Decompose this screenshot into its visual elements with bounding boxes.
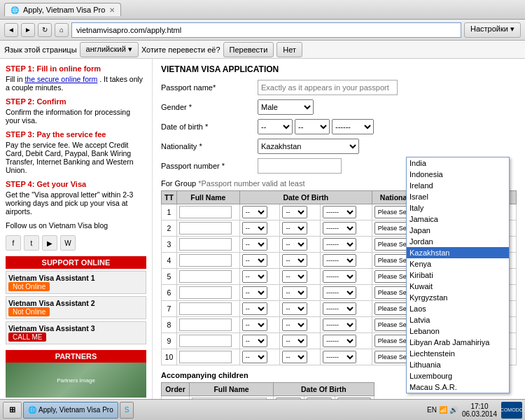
dob-year-select[interactable]: ------	[332, 119, 374, 134]
lang-select-btn[interactable]: английский ▾	[80, 42, 139, 57]
row-day-select[interactable]: --	[242, 302, 267, 315]
dob-month-select[interactable]: --	[295, 119, 330, 134]
youtube-icon[interactable]: ▶	[42, 235, 57, 251]
settings-button[interactable]: Настройки ▾	[464, 22, 521, 38]
taskbar-skype-app[interactable]: S	[120, 402, 134, 419]
taskbar-browser-app[interactable]: 🌐 Apply, Vietnam Visa Pro	[23, 402, 118, 419]
row-name-input[interactable]	[179, 254, 232, 267]
no-translate-button[interactable]: Нет	[276, 42, 302, 57]
row-year-select[interactable]: ------	[323, 206, 356, 218]
sound-icon: 🔊	[449, 406, 458, 414]
start-button[interactable]: ⊞	[3, 402, 22, 419]
row-year-cell: ------	[321, 204, 372, 220]
browser-app-icon: 🌐	[28, 406, 36, 414]
dropdown-item-kyrgyzstan[interactable]: Kyrgyzstan	[407, 292, 509, 303]
row-name-input[interactable]	[179, 238, 232, 251]
forward-button[interactable]: ►	[21, 23, 35, 37]
row-year-select[interactable]: ------	[323, 302, 356, 315]
facebook-icon[interactable]: f	[6, 235, 21, 251]
back-button[interactable]: ◄	[4, 23, 18, 37]
row-year-select[interactable]: ------	[323, 286, 356, 299]
dob-day-select[interactable]: --	[258, 119, 293, 134]
row-day-select[interactable]: --	[242, 238, 267, 251]
row-name-input[interactable]	[179, 286, 232, 299]
dropdown-item-italy[interactable]: Italy	[407, 202, 509, 214]
row-month-select[interactable]: --	[282, 222, 307, 234]
row-month-select[interactable]: --	[282, 206, 307, 218]
home-button[interactable]: ⌂	[55, 23, 69, 37]
row-year-select[interactable]: ------	[323, 222, 356, 234]
row-day-select[interactable]: --	[242, 335, 267, 347]
agent2-name: Vietnam Visa Assistant 2	[8, 299, 144, 307]
row-day-select[interactable]: --	[242, 270, 267, 283]
row-day-select[interactable]: --	[242, 222, 267, 234]
row-num: 6	[162, 285, 177, 301]
agent3-call-btn[interactable]: CALL ME	[8, 332, 46, 342]
dropdown-item-ireland[interactable]: Ireland	[407, 180, 509, 191]
row-month-select[interactable]: --	[282, 351, 307, 363]
row-day-select[interactable]: --	[242, 254, 267, 267]
row-name-input[interactable]	[179, 270, 232, 283]
step4-text: Get the "Visa approval letter" within 2-…	[6, 190, 146, 216]
row-month-select[interactable]: --	[282, 302, 307, 315]
row-year-select[interactable]: ------	[323, 254, 356, 267]
translate-button[interactable]: Перевести	[223, 42, 274, 57]
browser-tab[interactable]: 🌐 Apply, Vietnam Visa Pro ✕	[4, 3, 121, 16]
row-year-select[interactable]: ------	[323, 335, 356, 347]
dropdown-item-luxembourg[interactable]: Luxembourg	[407, 370, 509, 382]
row-day-select[interactable]: --	[242, 351, 267, 363]
row-name-input[interactable]	[179, 222, 232, 234]
nationality-select[interactable]: Please Select Kazakhstan	[258, 139, 359, 154]
dropdown-item-israel[interactable]: Israel	[407, 191, 509, 202]
row-month-select[interactable]: --	[282, 286, 307, 299]
row-year-select[interactable]: ------	[323, 270, 356, 283]
row-year-select[interactable]: ------	[323, 318, 356, 331]
address-bar[interactable]	[71, 22, 461, 38]
dropdown-item-japan[interactable]: Japan	[407, 225, 509, 236]
row-name-input[interactable]	[179, 302, 232, 315]
secure-form-link[interactable]: the secure online form	[24, 75, 97, 83]
agent1-status-btn[interactable]: Not Online	[8, 282, 50, 291]
row-month-select[interactable]: --	[282, 335, 307, 347]
dropdown-item-libya[interactable]: Libyan Arab Jamahiriya	[407, 337, 509, 348]
row-month-select[interactable]: --	[282, 270, 307, 283]
dropdown-item-jordan[interactable]: Jordan	[407, 236, 509, 247]
row-day-select[interactable]: --	[242, 286, 267, 299]
row-name-input[interactable]	[179, 206, 232, 218]
row-name-input[interactable]	[179, 335, 232, 347]
row-name-input[interactable]	[179, 351, 232, 363]
dropdown-item-lebanon[interactable]: Lebanon	[407, 326, 509, 337]
dropdown-item-macau[interactable]: Macau S.A.R.	[407, 382, 509, 393]
agent2-status-btn[interactable]: Not Online	[8, 307, 50, 316]
row-day-select[interactable]: --	[242, 318, 267, 331]
row-month-select[interactable]: --	[282, 318, 307, 331]
dropdown-item-kiribati[interactable]: Kiribati	[407, 270, 509, 281]
passport-num-input[interactable]	[258, 158, 342, 174]
taskbar-right: EN 📶 🔊 17:10 06.03.2014 COMODO	[427, 402, 522, 419]
wordpress-icon[interactable]: W	[60, 235, 76, 251]
dropdown-item-laos[interactable]: Laos	[407, 303, 509, 314]
nationality-dropdown[interactable]: India Indonesia Ireland Israel Italy Jam…	[406, 157, 510, 393]
row-month-select[interactable]: --	[282, 238, 307, 251]
tab-bar: 🌐 Apply, Vietnam Visa Pro ✕	[4, 3, 121, 16]
dropdown-item-kuwait[interactable]: Kuwait	[407, 281, 509, 292]
dropdown-item-india[interactable]: India	[407, 158, 509, 169]
twitter-icon[interactable]: t	[24, 235, 39, 251]
tab-close-icon[interactable]: ✕	[109, 6, 115, 14]
dropdown-item-indonesia[interactable]: Indonesia	[407, 169, 509, 180]
row-day-select[interactable]: --	[242, 206, 267, 218]
row-month-select[interactable]: --	[282, 254, 307, 267]
dropdown-item-jamaica[interactable]: Jamaica	[407, 214, 509, 225]
dropdown-item-liechtenstein[interactable]: Liechtenstein	[407, 348, 509, 359]
row-year-select[interactable]: ------	[323, 351, 356, 363]
dropdown-item-kazakhstan[interactable]: Kazakhstan	[407, 247, 509, 258]
row-month-cell: --	[280, 301, 321, 317]
row-name-input[interactable]	[179, 318, 232, 331]
gender-select[interactable]: Male Female	[258, 99, 314, 115]
passport-input[interactable]	[258, 80, 398, 95]
dropdown-item-kenya[interactable]: Kenya	[407, 258, 509, 270]
refresh-button[interactable]: ↻	[38, 23, 52, 37]
row-year-select[interactable]: ------	[323, 238, 356, 251]
dropdown-item-lithuania[interactable]: Lithuania	[407, 359, 509, 370]
dropdown-item-latvia[interactable]: Latvia	[407, 314, 509, 326]
